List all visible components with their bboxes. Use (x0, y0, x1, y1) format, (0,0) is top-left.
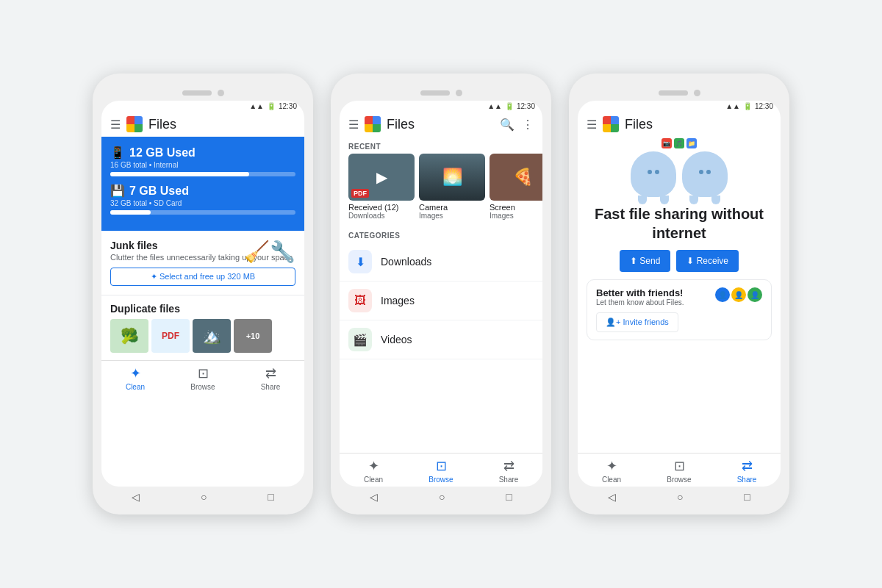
signal-icon-2: ▲▲ (487, 102, 502, 110)
recents-btn-1[interactable]: □ (268, 491, 273, 503)
recent-card-downloads[interactable]: PDF ▶ Received (12) Downloads (348, 154, 415, 220)
android-nav-3: ◁ ○ □ (578, 487, 781, 506)
nav-share-1[interactable]: ⇄ Share (237, 364, 304, 392)
back-btn-3[interactable]: ◁ (608, 491, 616, 503)
browse-label-3: Browse (667, 476, 691, 484)
recents-btn-3[interactable]: □ (744, 491, 750, 503)
signal-icon-3: ▲▲ (725, 102, 740, 110)
share-icon-2: ⇄ (503, 458, 514, 474)
friends-title: Better with friends! (596, 287, 684, 298)
clean-icon-1: ✦ (130, 365, 141, 381)
storage-internal-bar-fill (110, 172, 249, 176)
battery-icon-3: 🔋 (743, 102, 752, 110)
nav-browse-1[interactable]: ⊡ Browse (169, 364, 237, 392)
recent-row: PDF ▶ Received (12) Downloads 🌅 Camera I… (340, 154, 542, 226)
nav-clean-3[interactable]: ✦ Clean (578, 456, 645, 485)
recent-sub-downloads: Downloads (348, 212, 415, 220)
phone-browse: ▲▲ 🔋 12:30 ☰ Files 🔍 ⋮ RECENT (331, 74, 551, 514)
downloads-name: Downloads (381, 256, 431, 268)
share-icon-3: ⇄ (742, 458, 753, 474)
home-btn-1[interactable]: ○ (201, 491, 207, 503)
dup-thumb-3: 🏔️ (193, 319, 231, 353)
recent-card-camera[interactable]: 🌅 Camera Images (419, 154, 485, 220)
ghost-right (682, 151, 728, 197)
recent-thumb-screen: 🍕 (490, 154, 542, 201)
hamburger-icon-3[interactable]: ☰ (587, 118, 597, 132)
invite-button[interactable]: 👤+ Invite friends (596, 312, 678, 332)
phone-icon: 📱 (110, 146, 125, 159)
nav-clean-2[interactable]: ✦ Clean (340, 456, 407, 485)
nav-clean-1[interactable]: ✦ Clean (101, 364, 169, 392)
share-label-1: Share (261, 383, 281, 391)
nav-browse-3[interactable]: ⊡ Browse (645, 456, 713, 485)
app-title-1: Files (148, 117, 176, 132)
speaker-3 (659, 90, 688, 96)
battery-icon-1: 🔋 (267, 102, 276, 110)
hamburger-icon-2[interactable]: ☰ (348, 118, 359, 132)
share-content: 📷 🎵 📁 (578, 137, 781, 453)
android-nav-2: ◁ ○ □ (340, 487, 542, 506)
phone-screen-1: ▲▲ 🔋 12:30 ☰ Files 📱 12 GB Used (101, 101, 304, 487)
storage-internal-bar-bg (110, 172, 295, 176)
free-up-button[interactable]: ✦ Select and free up 320 MB (110, 268, 295, 286)
send-button[interactable]: ⬆ Send (620, 250, 670, 272)
videos-name: Videos (381, 334, 412, 345)
files-logo-3 (603, 116, 619, 132)
time-2: 12:30 (517, 102, 535, 110)
app-title-3: Files (625, 117, 653, 132)
camera-2 (456, 90, 462, 96)
recent-label: RECENT (340, 137, 542, 154)
hamburger-icon-1[interactable]: ☰ (110, 118, 121, 132)
videos-icon-wrap: 🎬 (348, 328, 372, 351)
app-header-3: ☰ Files (578, 112, 781, 137)
speaker-2 (420, 90, 450, 96)
share-label-2: Share (499, 476, 519, 484)
friends-desc: Let them know about Files. (596, 298, 684, 306)
phones-container: ▲▲ 🔋 12:30 ☰ Files 📱 12 GB Used (93, 74, 789, 514)
images-name: Images (381, 295, 415, 306)
camera-3 (694, 90, 700, 96)
back-btn-1[interactable]: ◁ (132, 491, 140, 503)
sd-icon: 💾 (110, 184, 125, 198)
nav-share-3[interactable]: ⇄ Share (713, 456, 781, 485)
browse-label-2: Browse (429, 476, 453, 484)
duplicate-section: Duplicate files 🥦 PDF 🏔️ +10 (101, 295, 304, 360)
share-icon-1: ⇄ (265, 365, 276, 381)
storage-sd-bar-fill (110, 210, 151, 215)
category-videos[interactable]: 🎬 Videos (340, 320, 542, 359)
search-icon-2[interactable]: 🔍 (500, 118, 514, 132)
category-images[interactable]: 🖼 Images (340, 282, 542, 320)
time-3: 12:30 (755, 102, 773, 110)
recents-btn-2[interactable]: □ (506, 491, 512, 503)
phone-screen-3: ▲▲ 🔋 12:30 ☰ Files (578, 101, 781, 487)
home-btn-3[interactable]: ○ (677, 491, 683, 503)
images-icon-wrap: 🖼 (348, 289, 372, 312)
dup-more: +10 (234, 319, 272, 353)
battery-icon-2: 🔋 (505, 102, 514, 110)
status-bar-2: ▲▲ 🔋 12:30 (340, 101, 542, 112)
storage-section: 📱 12 GB Used 16 GB total • Internal 💾 7 … (101, 137, 304, 231)
junk-card: Junk files Clutter the files unnecessari… (101, 231, 304, 295)
dup-thumb-1: 🥦 (110, 319, 148, 353)
sharing-illustration: 📷 🎵 📁 (631, 146, 728, 197)
nav-browse-2[interactable]: ⊡ Browse (407, 456, 475, 485)
category-list: ⬇ Downloads 🖼 Images 🎬 Videos (340, 243, 542, 453)
more-icon-2[interactable]: ⋮ (522, 118, 534, 132)
duplicate-thumbs: 🥦 PDF 🏔️ +10 (110, 319, 295, 353)
duplicate-title: Duplicate files (110, 303, 295, 315)
recent-name-downloads: Received (12) (348, 203, 415, 212)
recent-name-screen: Screen (490, 203, 542, 212)
storage-sd-sub: 32 GB total • SD Card (110, 199, 295, 207)
nav-share-2[interactable]: ⇄ Share (475, 456, 542, 485)
browse-icon-2: ⊡ (436, 458, 447, 474)
receive-button[interactable]: ⬇ Receive (676, 250, 739, 272)
category-downloads[interactable]: ⬇ Downloads (340, 243, 542, 282)
browse-icon-1: ⊡ (198, 365, 209, 381)
storage-internal: 📱 12 GB Used 16 GB total • Internal (110, 146, 295, 176)
share-label-3: Share (737, 476, 757, 484)
downloads-icon: ⬇ (356, 255, 365, 269)
home-btn-2[interactable]: ○ (439, 491, 445, 503)
recent-card-screen[interactable]: 🍕 Screen Images (490, 154, 542, 220)
app-header-2: ☰ Files 🔍 ⋮ (340, 112, 542, 137)
back-btn-2[interactable]: ◁ (370, 491, 378, 503)
